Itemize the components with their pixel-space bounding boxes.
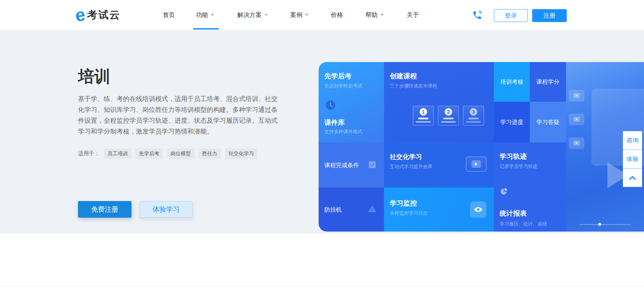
eye-monitor-icon — [470, 201, 486, 218]
step-number: 3 — [470, 108, 477, 116]
step-number: 2 — [445, 108, 452, 116]
tile-learning-qa[interactable]: 学习答疑 — [530, 102, 566, 142]
tile-title: 防挂机 — [324, 206, 342, 214]
nav-item-home[interactable]: 首页 — [163, 0, 175, 30]
page-title: 培训 — [78, 66, 110, 87]
free-register-button[interactable]: 免费注册 — [78, 201, 132, 218]
tile-subtitle: 支持多种课件格式 — [324, 129, 362, 135]
feature-grid: 先学后考 先达到学时后考试 课件库 支持多种课件格式 课程完成条件 防挂机 创建… — [319, 62, 644, 232]
tile-subtitle: 先达到学时后考试 — [324, 83, 362, 89]
tile-course-credit[interactable]: 课程学分 — [530, 62, 566, 102]
warning-icon — [368, 204, 377, 215]
chevron-down-icon — [305, 14, 308, 16]
video-thumbnail — [569, 114, 584, 125]
video-thumbnail — [569, 137, 584, 149]
brand-name: 考试云 — [87, 8, 121, 22]
navbar: e 考试云 首页 功能 解决方案 案例 价格 帮助 关于 登录 注册 — [0, 0, 644, 30]
nav-item-solutions[interactable]: 解决方案 — [237, 0, 268, 30]
tile-track-report[interactable]: 学习轨迹 记录学员学习轨迹 统计报表 学习履历、统计、成绩 — [494, 142, 566, 232]
chevron-down-icon — [380, 14, 384, 16]
video-thumbnail — [569, 90, 584, 101]
pie-chart-icon — [500, 187, 508, 196]
tile-title: 课程完成条件 — [324, 161, 359, 169]
step-1-card: 1 — [413, 106, 434, 125]
hero-description: 基于学、练、考的在线培训模式，适用于员工培考、混合式培训、社交化学习、知识库学习… — [78, 94, 279, 137]
tile-subtitle: 互动式学习提升效果 — [390, 164, 432, 170]
nav-item-pricing[interactable]: 价格 — [331, 0, 343, 30]
tile-pre-exam-courseware[interactable]: 先学后考 先达到学时后考试 课件库 支持多种课件格式 — [319, 62, 384, 142]
nav-item-cases[interactable]: 案例 — [290, 0, 308, 30]
calendar-check-icon — [368, 160, 377, 170]
tile-learning-progress[interactable]: 学习进度 — [494, 102, 530, 142]
tile-training-assessment[interactable]: 培训考核 — [494, 62, 530, 102]
active-nav-underline — [193, 28, 219, 29]
video-progress-dot — [598, 223, 601, 226]
phone-icon[interactable] — [472, 10, 482, 20]
clock-icon — [325, 100, 336, 110]
register-button[interactable]: 注册 — [532, 9, 567, 22]
step-2-card: 2 — [438, 106, 459, 125]
tile-subtitle: 记录学员学习轨迹 — [500, 163, 538, 170]
step-3-card: 3 — [463, 106, 484, 125]
tile-subtitle: 三个步骤快速发布课程 — [390, 83, 437, 89]
nav-item-about[interactable]: 关于 — [407, 0, 419, 30]
chevron-up-icon — [629, 175, 636, 180]
tile-anti-idle[interactable]: 防挂机 — [319, 187, 384, 232]
tag-competency: 胜任力 — [199, 148, 221, 159]
tile-create-course[interactable]: 创建课程 三个步骤快速发布课程 1 2 3 — [384, 62, 494, 142]
chevron-down-icon — [264, 14, 268, 16]
consult-button[interactable]: 咨询 — [623, 131, 642, 150]
tile-subtitle: 全程监控学习日志 — [390, 210, 428, 216]
experience-learning-button[interactable]: 体验学习 — [140, 201, 193, 218]
cta-row: 免费注册 体验学习 — [78, 201, 193, 218]
tile-title: 学习轨迹 — [500, 152, 527, 161]
tile-social-learning[interactable]: 社交化学习 互动式学习提升效果 — [384, 142, 494, 187]
nav-item-help[interactable]: 帮助 — [365, 0, 384, 30]
tile-learning-monitor[interactable]: 学习监控 全程监控学习日志 — [384, 187, 494, 232]
tile-title: 统计报表 — [500, 209, 527, 218]
tile-title: 先学后考 — [324, 72, 351, 81]
tag-social-learning: 社交化学习 — [225, 148, 257, 159]
tile-title: 社交化学习 — [390, 153, 422, 161]
tile-title: 创建课程 — [390, 72, 417, 81]
floating-side-widget: 咨询 体验 — [623, 131, 642, 187]
chevron-down-icon — [211, 14, 214, 16]
tile-completion-conditions[interactable]: 课程完成条件 — [319, 142, 384, 187]
e-logo-icon: e — [74, 6, 86, 24]
brand-logo[interactable]: e 考试云 — [75, 7, 121, 23]
video-play-icon — [466, 157, 486, 172]
tags-label: 适用于： — [78, 150, 100, 157]
step-number: 1 — [420, 108, 427, 116]
tag-employee-training: 员工培训 — [104, 148, 131, 159]
tag-learn-then-exam: 先学后考 — [136, 148, 163, 159]
applicable-tags-row: 适用于： 员工培训 先学后考 岗位模型 胜任力 社交化学习 — [78, 148, 257, 159]
tag-post-model: 岗位模型 — [167, 148, 194, 159]
footer-divider — [0, 286, 644, 287]
experience-button[interactable]: 体验 — [623, 150, 642, 169]
nav-item-features[interactable]: 功能 — [196, 0, 214, 30]
tile-title: 学习监控 — [390, 199, 417, 208]
back-to-top-button[interactable] — [623, 168, 642, 187]
login-button[interactable]: 登录 — [494, 9, 528, 22]
video-progress-bar — [580, 224, 630, 225]
tile-subtitle: 学习履历、统计、成绩 — [500, 221, 547, 227]
tile-title: 课件库 — [324, 118, 345, 127]
